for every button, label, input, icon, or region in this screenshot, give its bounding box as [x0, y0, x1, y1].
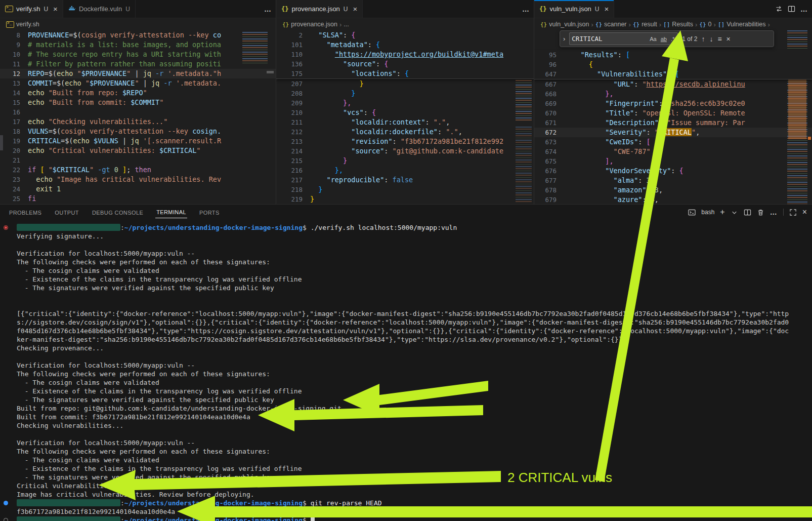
breadcrumb-item[interactable]: {}result	[633, 21, 657, 28]
code-line: 667 "URL": "https://secdb.alpinelinu	[534, 79, 812, 89]
close-icon[interactable]: ×	[726, 35, 731, 43]
breadcrumb-item[interactable]: verify.sh	[6, 21, 39, 28]
terminal-output[interactable]: :~/projects/understanding-docker-image-s…	[0, 220, 812, 521]
tab-output[interactable]: OUTPUT	[54, 207, 80, 218]
close-icon[interactable]: ×	[605, 5, 609, 13]
code-line: 647 "Vulnerabilities": [	[534, 69, 812, 79]
tab-dockerfile-vuln[interactable]: Dockerfile.vuln U	[63, 0, 136, 18]
chevron-right-icon	[713, 21, 716, 28]
breadcrumb-item[interactable]: {}0	[699, 21, 711, 28]
json-file-icon: {}	[281, 6, 288, 13]
vscode-window: verify.sh U × Dockerfile.vuln U verify.s…	[0, 0, 812, 521]
breadcrumb-item[interactable]: ...	[344, 21, 349, 28]
kill-terminal-icon[interactable]	[757, 209, 764, 216]
code-line: 136 "source": {	[276, 59, 534, 69]
code-editor-vuln-json[interactable]: 95 "Results": [96 {647 "Vulnerabilities"…	[534, 30, 812, 204]
tab-bar: {} vuln_vuln.json U ×	[534, 0, 812, 18]
code-line: 208 }	[276, 89, 534, 98]
line-number: 209	[276, 98, 310, 108]
line-number: 672	[534, 128, 564, 137]
more-actions-icon[interactable]	[800, 5, 808, 14]
find-expander-chevron[interactable]: ›	[563, 35, 565, 43]
find-input[interactable]: CRITICAL Aa ab .*	[569, 32, 678, 45]
array-icon: []	[718, 21, 724, 28]
terminal-line: Image has critical vulnerabilities. Revi…	[17, 490, 812, 499]
terminal-line	[17, 241, 812, 249]
find-in-selection-icon[interactable]: ≡	[717, 35, 721, 43]
code-lines: 207 }208 }209 },210 "vcs": {211 "localdi…	[276, 79, 534, 204]
tab-problems[interactable]: PROBLEMS	[8, 207, 42, 218]
chevron-down-icon[interactable]	[731, 209, 738, 216]
whole-word-toggle[interactable]: ab	[660, 35, 668, 43]
close-icon[interactable]: ×	[53, 5, 58, 13]
code-line: 676 "VendorSeverity": {	[534, 166, 812, 176]
more-actions-icon[interactable]	[770, 208, 778, 217]
maximize-panel-icon[interactable]	[789, 209, 797, 216]
terminal-line: :~/projects/understanding-docker-image-s…	[17, 516, 812, 521]
code-editor-verify-sh[interactable]: 8PROVENANCE=$(cosign verify-attestation …	[0, 30, 276, 204]
json-file-icon: {}	[540, 21, 547, 28]
tab-ports[interactable]: PORTS	[198, 207, 221, 218]
shell-selector[interactable]: bash	[701, 209, 714, 216]
line-number: 676	[534, 166, 564, 176]
tab-terminal[interactable]: TERMINAL	[155, 206, 187, 218]
line-number: 25	[0, 194, 28, 204]
tab-label: provenance.json	[291, 5, 339, 13]
find-match-count: 1 of 2	[682, 35, 697, 43]
line-number: 23	[0, 175, 28, 184]
sticky-scroll: 95 "Results": [96 {647 "Vulnerabilities"…	[534, 50, 812, 79]
code-line: 8PROVENANCE=$(cosign verify-attestation …	[0, 30, 276, 40]
new-terminal-icon[interactable]	[720, 208, 724, 217]
code-line: 679 "azure": 4,	[534, 195, 812, 204]
tab-label: verify.sh	[16, 5, 40, 13]
breadcrumb-item[interactable]: {} provenance.json	[282, 21, 337, 28]
split-editor-icon[interactable]	[788, 5, 795, 13]
line-number: 20	[0, 146, 28, 155]
tab-provenance-json[interactable]: {} provenance.json U ×	[276, 0, 363, 18]
tab-vuln-vuln-json[interactable]: {} vuln_vuln.json U ×	[534, 0, 614, 18]
code-line: 674 "CWE-787"	[534, 147, 812, 156]
more-actions-icon[interactable]	[522, 5, 530, 14]
more-actions-icon[interactable]	[264, 5, 272, 14]
line-number: 647	[534, 69, 564, 79]
split-terminal-icon[interactable]	[744, 209, 751, 216]
terminal-line: Checking vulnerabilities...	[17, 421, 812, 430]
close-icon[interactable]: ×	[353, 5, 358, 13]
close-panel-icon[interactable]: ×	[802, 208, 807, 217]
code-line: 211 "localdir:context": ".",	[276, 117, 534, 127]
editor-group-vuln-json: {} vuln_vuln.json U × {}vuln_vuln.json {…	[534, 0, 812, 204]
open-changes-icon[interactable]	[775, 5, 783, 13]
terminal-line: - Existence of the claims in the transpa…	[17, 275, 812, 284]
scrollbar-slider[interactable]	[267, 71, 274, 73]
terminal-line	[17, 430, 812, 438]
tab-debug-console[interactable]: DEBUG CONSOLE	[91, 207, 144, 218]
terminal-line: - The signatures were verified against t…	[17, 284, 812, 292]
terminal-line: The following checks were performed on e…	[17, 258, 812, 266]
previous-match-icon[interactable]: ↑	[701, 35, 705, 43]
terminal-icon	[688, 209, 696, 216]
minimap[interactable]	[242, 30, 268, 204]
breadcrumb-item[interactable]: []Results	[663, 21, 693, 28]
breadcrumb-item[interactable]: []Vulnerabilities	[718, 21, 766, 28]
code-line: 209 },	[276, 98, 534, 108]
regex-toggle[interactable]: .*	[670, 35, 675, 43]
find-query: CRITICAL	[572, 35, 647, 43]
editor-group-provenance: {} provenance.json U × {} provenance.jso…	[276, 0, 534, 204]
line-number: 212	[276, 127, 310, 137]
breadcrumb-item[interactable]: {}vuln_vuln.json	[540, 21, 589, 28]
terminal-line	[17, 301, 812, 309]
terminal-line: - Existence of the claims in the transpa…	[17, 464, 812, 473]
line-number: 12	[0, 69, 28, 78]
next-match-icon[interactable]: ↓	[709, 35, 713, 43]
array-icon: []	[663, 21, 670, 28]
code-lines: 8PROVENANCE=$(cosign verify-attestation …	[0, 30, 276, 204]
command-status-err-icon	[4, 225, 8, 230]
sash-handle[interactable]	[0, 135, 3, 150]
match-case-toggle[interactable]: Aa	[649, 35, 657, 43]
line-number: 17	[0, 117, 28, 127]
code-editor-provenance[interactable]: 2 "SLSA": {101 "metadata": {110 "https:/…	[276, 30, 534, 204]
tab-verify-sh[interactable]: verify.sh U ×	[0, 0, 63, 18]
line-number: 21	[0, 155, 28, 165]
breadcrumb-item[interactable]: {}scanner	[595, 21, 627, 28]
line-number: 2	[276, 30, 310, 40]
